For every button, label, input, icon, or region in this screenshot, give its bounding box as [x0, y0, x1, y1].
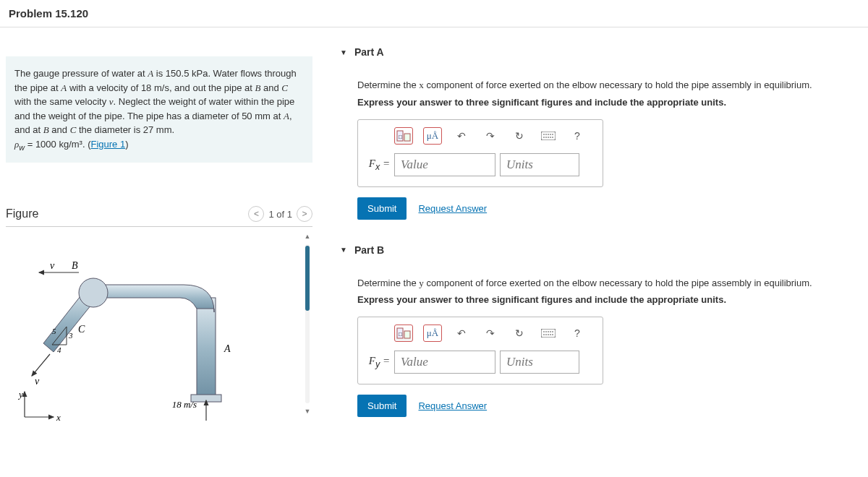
svg-text:□: □: [399, 134, 402, 140]
svg-text:5: 5: [52, 327, 56, 335]
part-a-prompt: Determine the x component of force exert…: [357, 78, 861, 93]
reset-icon[interactable]: ↻: [510, 127, 529, 145]
part-a-header[interactable]: ▼ Part A: [340, 42, 861, 65]
part-a-submit-button[interactable]: Submit: [357, 197, 407, 220]
part-a-instruct: Express your answer to three significant…: [357, 97, 861, 108]
part-b-prompt: Determine the y component of force exert…: [357, 276, 861, 291]
part-b-title: Part B: [354, 244, 384, 256]
part-b-answer-box: □ μÅ ↶ ↷ ↻ ? Fy =: [357, 317, 603, 384]
svg-rect-28: [541, 329, 556, 338]
keyboard-icon[interactable]: [539, 127, 558, 145]
part-a-answer-box: □ μÅ ↶ ↷ ↻ ? Fx =: [357, 119, 603, 187]
part-b-header[interactable]: ▼ Part B: [340, 240, 861, 263]
undo-icon[interactable]: ↶: [452, 127, 471, 145]
help-icon[interactable]: ?: [568, 127, 587, 145]
keyboard-icon[interactable]: [539, 325, 558, 342]
symbols-icon[interactable]: μÅ: [423, 325, 442, 342]
part-a-request-answer[interactable]: Request Answer: [418, 203, 487, 214]
part-b-instruct: Express your answer to three significant…: [357, 294, 861, 305]
part-a-lhs: Fx =: [367, 158, 390, 172]
part-a-title: Part A: [354, 46, 384, 58]
figure-link[interactable]: Figure 1: [90, 139, 125, 150]
svg-text:C: C: [78, 324, 85, 335]
part-b-value-input[interactable]: [394, 351, 495, 374]
page-title: Problem 15.120: [0, 0, 868, 27]
scroll-down-icon[interactable]: ▼: [303, 406, 312, 416]
undo-icon[interactable]: ↶: [452, 325, 471, 342]
pager-label: 1 of 1: [268, 209, 292, 220]
svg-text:3: 3: [68, 331, 73, 340]
part-b-lhs: Fy =: [367, 355, 390, 369]
svg-rect-26: [404, 331, 410, 338]
svg-rect-22: [541, 132, 556, 140]
svg-point-2: [79, 278, 108, 307]
figure-scrollbar[interactable]: ▲ ▼: [302, 231, 312, 416]
part-b-request-answer[interactable]: Request Answer: [418, 400, 487, 411]
svg-rect-20: [404, 134, 410, 141]
svg-text:A: A: [224, 343, 231, 354]
svg-text:□: □: [399, 331, 402, 338]
scroll-up-icon[interactable]: ▲: [303, 231, 312, 241]
collapse-icon: ▼: [340, 48, 347, 56]
part-b-submit-button[interactable]: Submit: [357, 395, 407, 417]
figure-image: v B v C 3 4 5 A 18 m/s: [6, 227, 302, 443]
svg-rect-0: [197, 298, 216, 399]
redo-icon[interactable]: ↷: [481, 325, 500, 342]
pager-next[interactable]: >: [297, 206, 312, 222]
templates-icon[interactable]: □: [394, 325, 413, 342]
svg-text:x: x: [56, 412, 61, 423]
reset-icon[interactable]: ↻: [510, 325, 529, 342]
templates-icon[interactable]: □: [394, 127, 413, 145]
svg-text:B: B: [72, 260, 78, 271]
part-a-units-input[interactable]: [500, 153, 579, 176]
svg-line-6: [32, 354, 50, 376]
svg-text:4: 4: [57, 345, 61, 354]
svg-text:18 m/s: 18 m/s: [172, 399, 197, 410]
part-b-units-input[interactable]: [500, 351, 579, 374]
svg-text:y: y: [17, 389, 23, 400]
collapse-icon: ▼: [340, 246, 347, 254]
part-a-value-input[interactable]: [394, 153, 495, 176]
svg-text:v: v: [50, 260, 55, 271]
help-icon[interactable]: ?: [568, 325, 587, 342]
redo-icon[interactable]: ↷: [481, 127, 500, 145]
symbols-icon[interactable]: μÅ: [423, 127, 442, 145]
figure-heading: Figure: [6, 207, 38, 220]
problem-statement: The gauge pressure of water at A is 150.…: [6, 56, 312, 163]
svg-text:v: v: [35, 376, 40, 387]
pager-prev[interactable]: <: [248, 206, 264, 222]
figure-pager: < 1 of 1 >: [248, 206, 312, 222]
